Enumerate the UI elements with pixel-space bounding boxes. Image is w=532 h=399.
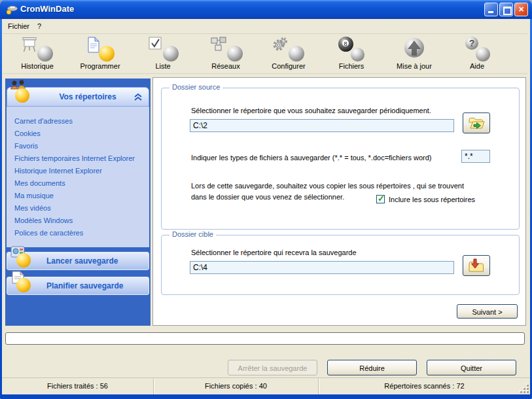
include-subdirs-label: Inclure les sous répertoires — [389, 196, 475, 203]
sidebar-item-mes-documents[interactable]: Mes documents — [7, 177, 149, 190]
sidebar-item-carnet-adresses[interactable]: Carnet d'adresses — [7, 115, 149, 128]
sidebar-item-favoris[interactable]: Favoris — [7, 140, 149, 152]
target-path-input[interactable] — [190, 261, 454, 274]
chevron-up-icon[interactable] — [133, 92, 143, 103]
sidebar-header-title: Vos répertoires — [46, 92, 129, 101]
close-button[interactable] — [514, 3, 528, 16]
backup-progress-bar — [5, 332, 525, 345]
sidebar-item-ma-musique[interactable]: Ma musique — [7, 190, 149, 202]
sidebar-item-historique-ie[interactable]: Historique Internet Explorer — [7, 165, 149, 177]
status-files-copied: Fichiers copiés : 40 — [154, 378, 319, 394]
resize-grip[interactable] — [520, 385, 529, 393]
stop-backup-button[interactable]: Arrêter la sauvegarde — [228, 360, 317, 375]
directories-list: Carnet d'adresses Cookies Favoris Fichie… — [7, 107, 149, 247]
save-folder-icon — [468, 258, 485, 273]
network-sphere-icon — [209, 37, 243, 61]
target-groupbox: Dossier cible Sélectionner le répertoire… — [161, 235, 520, 295]
update-arrow-sphere-icon — [397, 37, 431, 61]
sidebar-item-polices[interactable]: Polices de caractères — [7, 227, 149, 239]
toolbar-button-configurer[interactable]: Configurer — [257, 34, 320, 73]
eightball-sphere-icon: 8 — [334, 37, 368, 61]
window-title: CronWinDate — [20, 4, 74, 14]
toolbar-label: Programmer — [69, 62, 132, 70]
subdirs-question-line2: dans le dossier que vous venez de sélect… — [191, 193, 344, 201]
toolbar-button-mise-a-jour[interactable]: Mise à jour — [383, 34, 446, 73]
checklist-sphere-icon — [146, 37, 180, 61]
browse-target-button[interactable] — [463, 255, 490, 276]
toolbar-button-fichiers[interactable]: 8 Fichiers — [320, 34, 383, 73]
quit-button[interactable]: Quitter — [427, 360, 516, 375]
next-button[interactable]: Suivant > — [457, 304, 518, 319]
page-yellow-sphere-icon — [10, 270, 33, 294]
toolbar-button-liste[interactable]: Liste — [132, 34, 194, 73]
source-path-input[interactable] — [190, 119, 454, 132]
app-icon — [6, 4, 18, 16]
sidebar: Vos répertoires Carnet d'adresses Cookie… — [5, 78, 151, 326]
sidebar-item-mes-videos[interactable]: Mes vidéos — [7, 202, 149, 215]
sidebar-button-label: Lancer sauvegarde — [46, 256, 118, 266]
toolbar-button-programmer[interactable]: Programmer — [69, 34, 132, 73]
toolbar-label: Liste — [132, 62, 194, 70]
toolbar-label: Mise à jour — [383, 62, 446, 70]
menu-bar: Fichier ? — [2, 19, 530, 33]
toolbar-label: Historique — [6, 62, 69, 70]
target-group-title: Dossier cible — [169, 230, 216, 238]
toolbar-button-historique[interactable]: Historique — [6, 34, 69, 73]
sidebar-item-modeles-windows[interactable]: Modèles Windows — [7, 215, 149, 227]
source-groupbox: Dossier source Sélectionner le répertoir… — [161, 88, 520, 230]
toolbar-label: Configurer — [257, 62, 320, 70]
browse-source-button[interactable] — [463, 113, 490, 133]
app-window: CronWinDate Fichier ? — [0, 0, 532, 399]
title-bar[interactable]: CronWinDate — [0, 0, 532, 19]
file-types-input[interactable] — [461, 150, 490, 163]
subdirs-question-line1: Lors de cette sauvegarde, souhaitez vous… — [191, 182, 464, 190]
toolbar: Historique Programmer — [3, 33, 527, 74]
svg-text:?: ? — [469, 38, 475, 48]
minimize-button[interactable] — [484, 3, 498, 16]
menu-help[interactable]: ? — [35, 22, 44, 31]
include-subdirs-checkbox[interactable] — [376, 195, 385, 203]
toolbar-label: Fichiers — [320, 62, 383, 70]
toolbar-button-aide[interactable]: ? Aide — [446, 34, 508, 73]
easel-sphere-icon — [20, 37, 54, 61]
svg-text:8: 8 — [344, 41, 347, 47]
question-sphere-icon: ? — [460, 37, 494, 61]
sidebar-item-fichiers-temporaires[interactable]: Fichiers temporaires Internet Explorer — [7, 152, 149, 165]
source-group-title: Dossier source — [169, 83, 222, 91]
sidebar-item-cookies[interactable]: Cookies — [7, 128, 149, 140]
main-panel: Dossier source Sélectionner le répertoir… — [152, 77, 526, 326]
toolbar-button-reseaux[interactable]: Réseaux — [194, 34, 257, 73]
open-folder-icon — [468, 116, 485, 130]
reduce-button[interactable]: Réduire — [327, 360, 417, 375]
disk-yellow-sphere-icon — [10, 245, 33, 269]
client-area: Fichier ? Historique — [2, 19, 530, 394]
source-types-label: Indiquer les types de fichiers à sauvega… — [191, 154, 431, 162]
status-bar: Fichiers traités : 56 Fichiers copiés : … — [2, 377, 530, 394]
users-sphere-icon — [9, 80, 34, 105]
menu-fichier[interactable]: Fichier — [5, 22, 32, 31]
gears-sphere-icon — [272, 37, 306, 61]
toolbar-label: Réseaux — [194, 62, 257, 70]
maximize-button[interactable] — [499, 3, 513, 16]
status-dirs-scanned: Répertoires scannés : 72 — [319, 378, 530, 394]
target-select-label: Sélectionner le répertoire qui recevra l… — [191, 249, 357, 256]
source-select-label: Sélectionner le répertoire que vous souh… — [191, 107, 431, 114]
document-yellow-sphere-icon — [83, 37, 117, 61]
status-files-processed: Fichiers traités : 56 — [2, 378, 154, 394]
sidebar-button-label: Planifier sauvegarde — [46, 281, 123, 290]
toolbar-label: Aide — [446, 62, 508, 70]
